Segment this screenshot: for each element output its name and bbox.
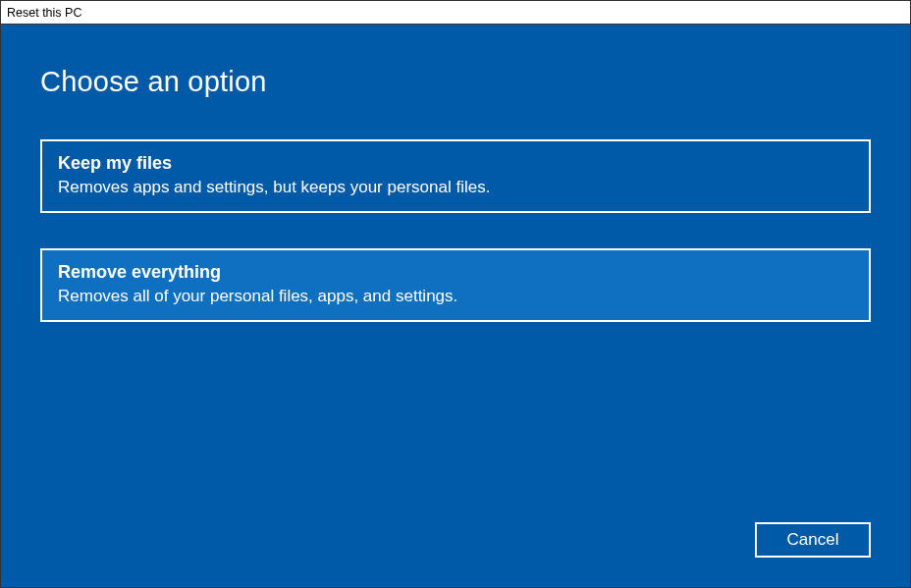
- cancel-button[interactable]: Cancel: [755, 522, 871, 558]
- option-title: Remove everything: [58, 262, 853, 283]
- option-remove-everything[interactable]: Remove everything Removes all of your pe…: [40, 248, 871, 322]
- window-title: Reset this PC: [7, 6, 81, 20]
- page-heading: Choose an option: [40, 66, 871, 98]
- option-desc: Removes apps and settings, but keeps you…: [58, 178, 853, 197]
- titlebar: Reset this PC: [1, 1, 910, 25]
- option-keep-my-files[interactable]: Keep my files Removes apps and settings,…: [40, 139, 871, 213]
- footer: Cancel: [755, 522, 871, 558]
- content-pane: Choose an option Keep my files Removes a…: [1, 25, 910, 587]
- reset-pc-window: Reset this PC Choose an option Keep my f…: [0, 0, 911, 588]
- options-list: Keep my files Removes apps and settings,…: [40, 139, 871, 322]
- option-desc: Removes all of your personal files, apps…: [58, 287, 853, 306]
- option-title: Keep my files: [58, 153, 853, 174]
